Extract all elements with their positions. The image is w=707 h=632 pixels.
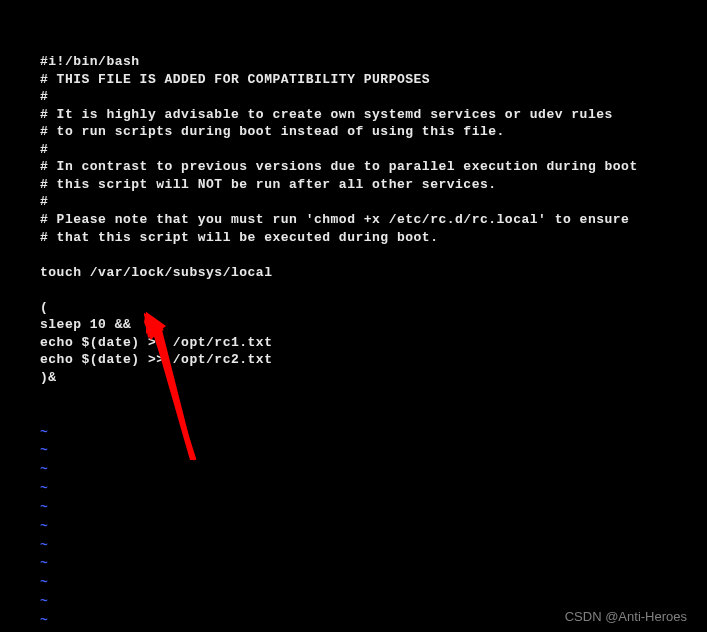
tilde-line: ~ xyxy=(40,518,707,537)
code-line: # that this script will be executed duri… xyxy=(40,229,707,247)
code-line: echo $(date) >> /opt/rc1.txt xyxy=(40,334,707,352)
code-line: #i!/bin/bash xyxy=(40,53,707,71)
code-line: # xyxy=(40,141,707,159)
code-line: # this script will NOT be run after all … xyxy=(40,176,707,194)
tilde-line: ~ xyxy=(40,555,707,574)
code-line: # In contrast to previous versions due t… xyxy=(40,158,707,176)
tilde-line: ~ xyxy=(40,461,707,480)
tilde-line: ~ xyxy=(40,574,707,593)
tilde-line: ~ xyxy=(40,499,707,518)
tilde-line: ~ xyxy=(40,537,707,556)
terminal-editor[interactable]: #i!/bin/bash# THIS FILE IS ADDED FOR COM… xyxy=(0,0,707,632)
code-line: )& xyxy=(40,369,707,387)
file-content: #i!/bin/bash# THIS FILE IS ADDED FOR COM… xyxy=(40,53,707,386)
code-line: touch /var/lock/subsys/local xyxy=(40,264,707,282)
code-line: # THIS FILE IS ADDED FOR COMPATIBILITY P… xyxy=(40,71,707,89)
code-line: # Please note that you must run 'chmod +… xyxy=(40,211,707,229)
watermark-text: CSDN @Anti-Heroes xyxy=(565,609,687,624)
code-line: # It is highly advisable to create own s… xyxy=(40,106,707,124)
tilde-line: ~ xyxy=(40,442,707,461)
code-line: # xyxy=(40,88,707,106)
code-line xyxy=(40,281,707,299)
code-line xyxy=(40,246,707,264)
code-line: echo $(date) >> /opt/rc2.txt xyxy=(40,351,707,369)
code-line: # xyxy=(40,193,707,211)
tilde-line: ~ xyxy=(40,424,707,443)
tilde-line: ~ xyxy=(40,480,707,499)
empty-buffer-lines: ~~~~~~~~~~~~~~~ xyxy=(40,424,707,632)
code-line: # to run scripts during boot instead of … xyxy=(40,123,707,141)
code-line: ( xyxy=(40,299,707,317)
code-line: sleep 10 && xyxy=(40,316,707,334)
